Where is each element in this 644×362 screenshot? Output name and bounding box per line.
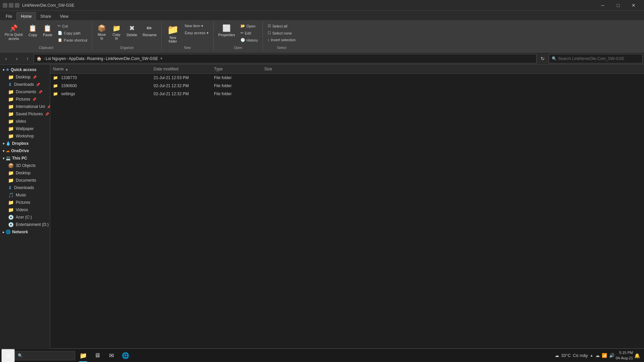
sidebar-item-pc-downloads[interactable]: ⬇ Downloads [0,184,50,191]
close-button[interactable]: ✕ [626,0,641,11]
copy-path-button[interactable]: 📄 Copy path [56,30,89,36]
delete-icon: ✖ [129,24,135,32]
sidebar-item-acer-c[interactable]: 💿 Acer (C:) [0,214,50,221]
breadcrumb-dropdown-button[interactable]: ▼ [158,54,165,63]
col-header-type[interactable]: Type [211,66,262,72]
quick-access-header[interactable]: ▾ ★ Quick access [0,66,50,73]
copy-to-button[interactable]: 📁 Copyto [110,23,123,42]
delete-button[interactable]: ✖ Delete [124,23,139,38]
sidebar-ent-d-label: Entertainment (D:) [16,222,49,227]
folder-icon: 📁 [53,75,58,80]
minimize-button[interactable]: ─ [595,0,610,11]
tab-share[interactable]: Share [36,12,55,20]
rename-button[interactable]: ✏ Rename [141,23,159,38]
taskbar-edge-icon: 🌐 [122,352,129,359]
col-header-date[interactable]: Date modified [151,66,211,72]
sidebar-item-downloads[interactable]: ⬇ Downloads 📌 [0,81,50,88]
properties-icon: ⬜ [222,24,231,32]
sidebar-pictures-label: Pictures [16,97,30,102]
sidebar-item-pictures[interactable]: 📁 Pictures 📌 [0,96,50,103]
dropbox-chevron: ▾ [3,142,4,145]
window-title: LinkNeverDie.Com_SW-GSE [22,3,595,8]
copy-button[interactable]: 📋 Copy [26,23,40,38]
taskbar-app-file-explorer[interactable]: 📁 [76,349,90,362]
sidebar-item-pc-pictures[interactable]: 📁 Pictures [0,199,50,206]
sidebar-pc-desktop-label: Desktop [16,171,31,175]
invert-selection-button[interactable]: ↕ Invert selection [266,37,298,43]
sidebar-item-desktop[interactable]: 📁 Desktop 📌 [0,73,50,81]
forward-button[interactable]: › [12,54,21,63]
open-button[interactable]: 📂 Open [238,23,260,29]
sidebar-item-entertainment-d[interactable]: 💿 Entertainment (D:) [0,221,50,228]
pin-to-quick-access-button[interactable]: 📌 Pin to Quickaccess [3,23,25,42]
dropbox-header[interactable]: ▾ 💧 Dropbox [0,140,50,147]
sidebar: ▾ ★ Quick access 📁 Desktop 📌 ⬇ Downloads… [0,65,50,358]
new-item-button[interactable]: New item ▾ [183,23,211,29]
taskbar-search-input[interactable] [24,354,71,358]
search-input[interactable] [558,56,640,61]
sidebar-item-intl-uni[interactable]: 📁 International Uni 📌 [0,103,50,110]
easy-access-button[interactable]: Easy access ▾ [183,30,211,36]
tab-view[interactable]: View [55,12,73,20]
arrow-up-icon: ▲ [590,354,593,357]
sidebar-item-wallpaper[interactable]: 📁 Wallpaper [0,125,50,132]
col-header-size[interactable]: Size [262,66,295,72]
notification-icon[interactable]: 🔔 [634,353,640,358]
cut-button[interactable]: ✂ Cut [56,23,89,29]
folder-icon: 📁 [53,92,58,96]
sidebar-item-music[interactable]: 🎵 Music [0,191,50,199]
move-to-button[interactable]: 📦 Moveto [95,23,108,42]
paste-shortcut-button[interactable]: 📋 Paste shortcut [56,37,89,43]
copy-path-icon: 📄 [58,31,62,35]
pin-indicator-2: 📌 [36,83,40,86]
table-row[interactable]: 📁 settings 02-Jul-21 12:32 PM File folde… [50,90,644,98]
file-type-cell: File folder [211,82,262,89]
properties-button[interactable]: ⬜ Properties [216,23,237,38]
maximize-button[interactable]: □ [610,0,626,11]
breadcrumb-current[interactable]: LinkNeverDie.Com_SW-GSE [106,56,158,61]
breadcrumb-loi-nguyen[interactable]: Loi Nguyen [46,56,66,61]
pin-indicator-6: 📌 [45,112,49,116]
file-name: settings [61,92,75,96]
new-folder-icon: 📁 [167,24,179,35]
table-row[interactable]: 📁 1590600 02-Jul-21 12:32 PM File folder [50,82,644,90]
taskbar-app-mail[interactable]: ✉ [105,349,118,362]
tab-home[interactable]: Home [16,12,36,20]
refresh-button[interactable]: ↻ [538,54,547,63]
onedrive-header[interactable]: ▾ ☁ OneDrive [0,147,50,155]
sidebar-item-documents[interactable]: 📁 Documents 📌 [0,88,50,96]
taskbar-app-edge[interactable]: 🌐 [119,349,132,362]
breadcrumb[interactable]: 🏠 › Loi Nguyen › AppData › Roaming › Lin… [34,54,537,63]
sidebar-item-slides[interactable]: 📁 slides [0,118,50,125]
select-none-button[interactable]: ☐ Select none [266,30,298,36]
file-size-cell [262,85,295,87]
taskbar-clock[interactable]: 5:15 PM 04-Aug-21 [616,350,633,361]
breadcrumb-appdata[interactable]: AppData [69,56,85,61]
sidebar-item-3d-objects[interactable]: 📦 3D Objects [0,162,50,169]
table-row[interactable]: 📁 1338770 21-Jul-21 12:53 PM File folder [50,74,644,82]
edit-button[interactable]: ✏ Edit [238,30,260,36]
network-header[interactable]: ▸ 🌐 Network [0,228,50,236]
tab-file[interactable]: File [1,12,16,20]
sidebar-item-workshop[interactable]: 📁 Workshop [0,132,50,140]
taskbar-app-settings[interactable]: 🖥 [91,349,104,362]
pin-indicator: 📌 [33,75,37,79]
this-pc-header[interactable]: ▾ 💻 This PC [0,155,50,162]
sidebar-item-pc-desktop[interactable]: 📁 Desktop [0,169,50,177]
up-button[interactable]: ↑ [23,54,32,63]
start-button[interactable]: ⊞ [1,349,15,362]
back-button[interactable]: ‹ [1,54,11,63]
breadcrumb-roaming[interactable]: Roaming [87,56,103,61]
sidebar-pc-dl-label: Downloads [14,185,34,190]
select-all-button[interactable]: ☑ Select all [266,23,298,29]
sidebar-item-videos[interactable]: 📁 Videos [0,206,50,214]
new-folder-button[interactable]: 📁 Newfolder [164,23,181,45]
history-button[interactable]: 🕐 History [238,37,260,43]
paste-button[interactable]: 📋 Paste [41,23,54,38]
sidebar-videos-label: Videos [16,207,28,212]
sidebar-saved-pics-label: Saved Pictures [16,112,43,116]
col-header-name[interactable]: Name ▲ [50,66,151,72]
taskbar-search[interactable]: 🔍 [15,351,75,360]
sidebar-item-pc-documents[interactable]: 📁 Documents [0,177,50,184]
sidebar-item-saved-pictures[interactable]: 📁 Saved Pictures 📌 [0,110,50,118]
